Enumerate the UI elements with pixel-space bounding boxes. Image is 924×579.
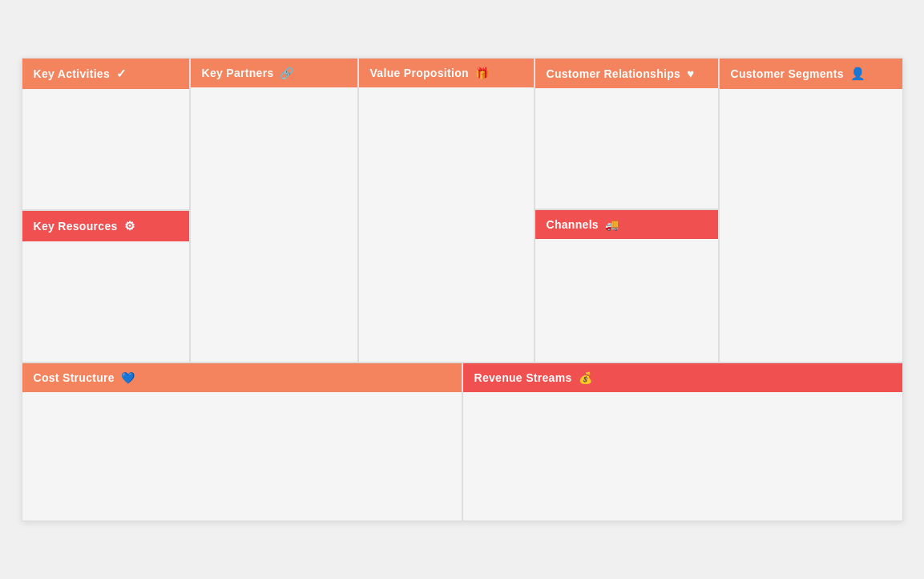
value-proposition-column: Value Proposition 🎁 [359,59,535,362]
key-partners-label: Key Partners [202,67,274,79]
key-resources-label: Key Resources [34,220,118,233]
channels-body[interactable] [535,239,718,359]
key-activities-label: Key Activities [34,67,111,80]
channels-label: Channels [547,218,599,231]
top-grid: Key Activities ✓ Key Resources ⚙ Key Par… [22,59,902,363]
truck-icon: 🚚 [605,218,619,231]
key-partners-column: Key Partners 🔗 [191,59,359,362]
key-resources-header[interactable]: Key Resources ⚙ [22,209,189,241]
revenue-streams-header[interactable]: Revenue Streams 💰 [463,363,902,392]
heart-icon: ♥ [687,67,694,80]
customer-segments-label: Customer Segments [731,67,844,80]
gift-icon: 🎁 [475,67,489,79]
value-proposition-label: Value Proposition [370,67,469,79]
business-model-canvas: Key Activities ✓ Key Resources ⚙ Key Par… [22,58,903,521]
bottom-grid: Cost Structure 💙 Revenue Streams 💰 [22,363,902,520]
customer-relationships-body[interactable] [535,88,718,209]
coins-icon: 💙 [121,371,135,384]
customer-relationships-channels-column: Customer Relationships ♥ Channels 🚚 [535,59,720,362]
revenue-streams-column: Revenue Streams 💰 [463,363,902,520]
key-activities-header[interactable]: Key Activities ✓ [22,59,189,89]
value-proposition-header[interactable]: Value Proposition 🎁 [359,59,534,87]
customer-segments-body[interactable] [720,89,902,328]
cost-structure-body[interactable] [22,392,462,520]
gear-icon: ⚙ [124,219,135,233]
cost-structure-column: Cost Structure 💙 [22,363,463,520]
checklist-icon: ✓ [116,67,127,81]
person-icon: 👤 [850,67,865,81]
revenue-streams-body[interactable] [463,392,902,520]
customer-segments-header[interactable]: Customer Segments 👤 [720,59,902,89]
cost-structure-header[interactable]: Cost Structure 💙 [22,363,462,392]
key-partners-header[interactable]: Key Partners 🔗 [191,59,357,87]
customer-relationships-header[interactable]: Customer Relationships ♥ [535,59,718,88]
key-resources-body[interactable] [22,241,189,362]
key-activities-key-resources-column: Key Activities ✓ Key Resources ⚙ [22,59,191,362]
customer-relationships-label: Customer Relationships [547,67,681,80]
key-partners-body[interactable] [191,87,357,326]
key-activities-body[interactable] [22,89,189,209]
customer-segments-column: Customer Segments 👤 [720,59,902,362]
revenue-streams-label: Revenue Streams [474,371,572,384]
bag-icon: 💰 [579,371,592,384]
channels-header[interactable]: Channels 🚚 [535,209,718,239]
link-icon: 🔗 [280,67,293,79]
value-proposition-body[interactable] [359,87,534,326]
cost-structure-label: Cost Structure [34,371,115,384]
